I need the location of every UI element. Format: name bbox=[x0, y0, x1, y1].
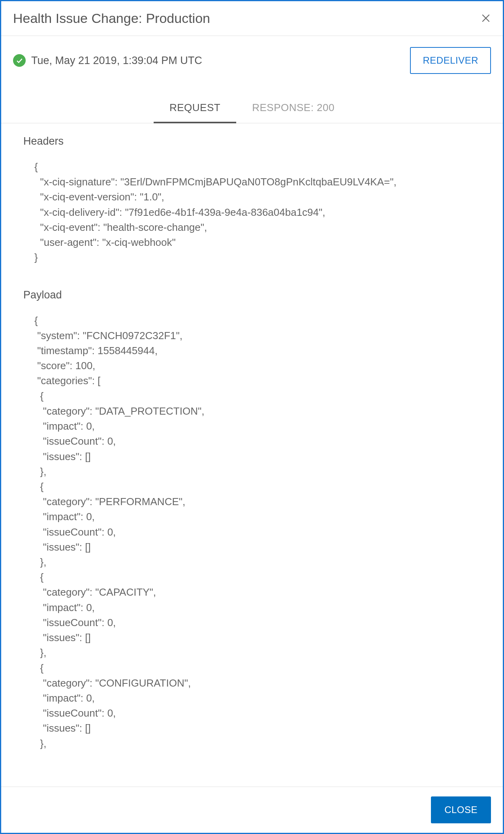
dialog-header: Health Issue Change: Production bbox=[1, 1, 503, 36]
headers-heading: Headers bbox=[23, 135, 481, 147]
dialog-footer: CLOSE bbox=[1, 787, 503, 833]
redeliver-button[interactable]: REDELIVER bbox=[410, 47, 491, 74]
tabs: REQUEST RESPONSE: 200 bbox=[1, 82, 503, 123]
delivery-timestamp: Tue, May 21 2019, 1:39:04 PM UTC bbox=[31, 55, 202, 67]
tab-request[interactable]: REQUEST bbox=[154, 94, 236, 123]
close-button[interactable]: CLOSE bbox=[431, 796, 491, 823]
status-row: Tue, May 21 2019, 1:39:04 PM UTC REDELIV… bbox=[1, 36, 503, 82]
success-check-icon bbox=[13, 54, 26, 67]
close-icon[interactable] bbox=[481, 12, 491, 25]
request-content-scroll[interactable]: Headers { "x-ciq-signature": "3Erl/DwnFP… bbox=[1, 123, 503, 787]
tab-response[interactable]: RESPONSE: 200 bbox=[236, 94, 350, 123]
headers-code-block: { "x-ciq-signature": "3Erl/DwnFPMCmjBAPU… bbox=[34, 159, 481, 265]
payload-code-block: { "system": "FCNCH0972C32F1", "timestamp… bbox=[34, 313, 481, 751]
status-left: Tue, May 21 2019, 1:39:04 PM UTC bbox=[13, 54, 202, 67]
payload-heading: Payload bbox=[23, 289, 481, 301]
dialog-title: Health Issue Change: Production bbox=[13, 11, 210, 26]
